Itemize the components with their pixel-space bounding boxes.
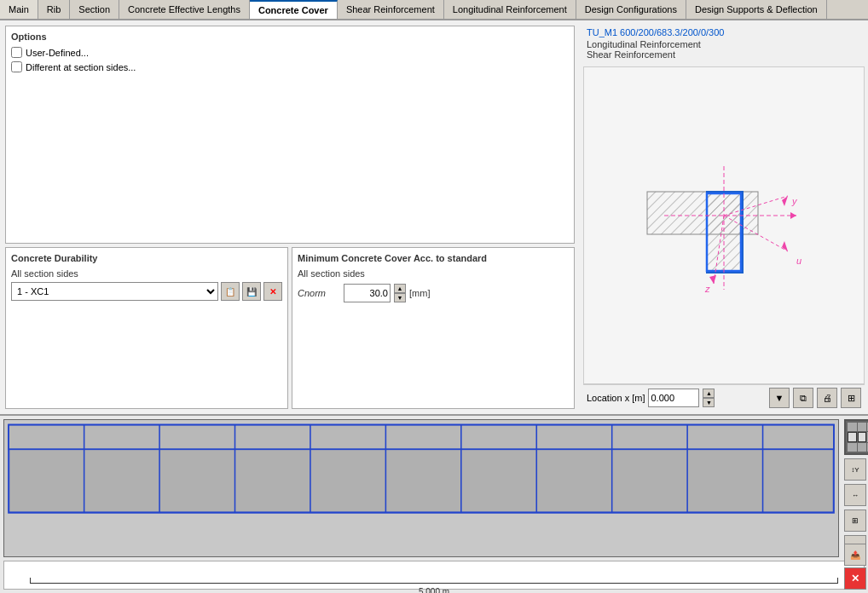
info-line1: Longitudinal Reinforcement	[587, 39, 861, 49]
durability-delete-btn[interactable]: ✕	[263, 282, 282, 301]
different-sides-row: Different at section sides...	[11, 61, 569, 72]
beam-svg	[4, 420, 838, 556]
svg-rect-17	[9, 425, 834, 450]
right-panel: TU_M1 600/200/683.3/200/0/300 Longitudin…	[580, 20, 868, 414]
export-btn[interactable]: 📤	[844, 544, 866, 566]
view-y-btn[interactable]: ↕Y	[844, 458, 866, 481]
delete-btn[interactable]: ✕	[844, 567, 866, 590]
min-concrete-cover-title: Minimum Concrete Cover Acc. to standard	[298, 253, 569, 263]
tab-main[interactable]: Main	[0, 0, 38, 19]
svg-text:u: u	[796, 256, 801, 266]
view-x-btn[interactable]: ↔	[844, 484, 866, 506]
tab-rib[interactable]: Rib	[38, 0, 71, 19]
scale-line: 5.000 m	[30, 583, 838, 584]
bottom-right-toolbar: 📤 ✕	[844, 544, 866, 590]
durability-copy-btn[interactable]: 📋	[221, 282, 240, 301]
print-btn[interactable]: 🖨	[817, 388, 837, 408]
scale-label: 5.000 m	[419, 587, 449, 593]
cnorm-row: Cnorm 30.0 ▲ ▼ [mm]	[298, 284, 569, 302]
diagram-area: y u z	[583, 66, 865, 384]
bottom-mini: 5.000 m	[3, 561, 865, 590]
options-title: Options	[11, 32, 569, 42]
copy-window-btn[interactable]: ⧉	[793, 388, 813, 408]
min-concrete-cover-sublabel: All section sides	[298, 268, 569, 279]
cnorm-spinner: ▲ ▼	[394, 284, 406, 302]
tab-shear-reinforcement[interactable]: Shear Reinforcement	[338, 0, 444, 19]
user-defined-label: User-Defined...	[26, 48, 89, 58]
main-content: Options User-Defined... Different at sec…	[0, 20, 868, 414]
svg-marker-13	[782, 241, 788, 251]
tab-section[interactable]: Section	[70, 0, 119, 19]
concrete-durability-title: Concrete Durability	[11, 253, 282, 263]
tab-design-supports-deflection[interactable]: Design Supports & Deflection	[686, 0, 827, 19]
bottom-area: ↕Y ↔ ⊞ ⤢ 5.000 m 📤 ✕	[0, 414, 868, 593]
location-input[interactable]: 0.000	[648, 389, 699, 407]
different-sides-label: Different at section sides...	[26, 62, 136, 72]
expand-btn[interactable]: ⊞	[841, 388, 861, 408]
concrete-durability-sublabel: All section sides	[11, 268, 282, 279]
svg-text:y: y	[791, 196, 798, 206]
svg-rect-2	[707, 192, 743, 273]
svg-marker-14	[709, 275, 716, 284]
cnorm-unit: [mm]	[409, 288, 430, 298]
options-box: Options User-Defined... Different at sec…	[5, 26, 575, 244]
info-box: TU_M1 600/200/683.3/200/0/300 Longitudin…	[583, 24, 865, 63]
concrete-durability-panel: Concrete Durability All section sides 1 …	[5, 247, 288, 409]
location-spin-down[interactable]: ▼	[703, 398, 715, 407]
beam-viewport[interactable]	[3, 419, 839, 557]
location-label: Location x [m]	[587, 393, 645, 403]
cross-section-svg: y u z	[639, 141, 809, 311]
cnorm-spin-down[interactable]: ▼	[394, 293, 406, 302]
view-zoom-btn[interactable]: ⊞	[844, 510, 866, 532]
info-title: TU_M1 600/200/683.3/200/0/300	[587, 27, 861, 37]
tab-concrete-effective-lengths[interactable]: Concrete Effective Lengths	[119, 0, 250, 19]
svg-marker-15	[790, 212, 796, 219]
different-sides-checkbox[interactable]	[11, 61, 22, 72]
location-spinner: ▲ ▼	[703, 389, 715, 407]
tab-concrete-cover[interactable]: Concrete Cover	[250, 0, 338, 19]
left-panel: Options User-Defined... Different at sec…	[0, 20, 580, 414]
cnorm-spin-up[interactable]: ▲	[394, 284, 406, 293]
tab-longitudinal-reinforcement[interactable]: Longitudinal Reinforcement	[444, 0, 576, 19]
svg-text:z: z	[704, 284, 710, 294]
cnorm-input[interactable]: 30.0	[344, 284, 391, 302]
user-defined-checkbox[interactable]	[11, 47, 22, 58]
location-spin-up[interactable]: ▲	[703, 389, 715, 398]
location-bar: Location x [m] 0.000 ▲ ▼ ▼ ⧉ 🖨 ⊞	[583, 384, 865, 411]
viewport-controls: ↕Y ↔ ⊞ ⤢	[842, 416, 868, 561]
view-grid-selector[interactable]	[844, 419, 868, 455]
info-line2: Shear Reinforcement	[587, 49, 861, 60]
durability-dropdown-row: 1 - XC1 2 - XC2 3 - XC3 4 - XC4 📋 💾 ✕	[11, 282, 282, 301]
min-concrete-cover-panel: Minimum Concrete Cover Acc. to standard …	[292, 247, 575, 409]
tab-design-configurations[interactable]: Design Configurations	[576, 0, 686, 19]
durability-dropdown[interactable]: 1 - XC1 2 - XC2 3 - XC3 4 - XC4	[11, 282, 218, 301]
user-defined-row: User-Defined...	[11, 47, 569, 58]
cnorm-label: Cnorm	[298, 288, 340, 298]
tab-bar: Main Rib Section Concrete Effective Leng…	[0, 0, 868, 20]
durability-save-btn[interactable]: 💾	[242, 282, 261, 301]
filter-btn[interactable]: ▼	[769, 388, 790, 408]
viewport-main: ↕Y ↔ ⊞ ⤢	[0, 416, 868, 561]
lower-panels: Concrete Durability All section sides 1 …	[5, 247, 575, 409]
